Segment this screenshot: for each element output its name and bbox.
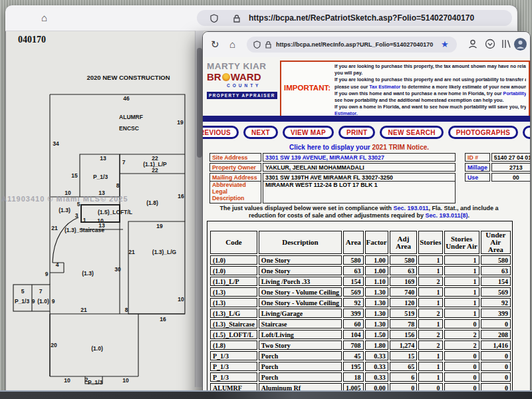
- svg-text:13: 13: [100, 155, 106, 162]
- column-header: Code: [210, 231, 257, 254]
- inline-link[interactable]: Portability Estim: [503, 90, 526, 96]
- account-icon[interactable]: [467, 39, 478, 49]
- text-segment: If you are looking to purchase this prop…: [334, 63, 526, 69]
- table-cell: (1.5)_LOFT/L: [210, 330, 257, 339]
- text-line: If you own a home in Florida, and want t…: [334, 104, 526, 110]
- text-segment: If you are looking to purchase this prop…: [334, 76, 526, 82]
- table-cell: One Story - Volume Ceiling: [259, 298, 342, 307]
- table-cell: (1.3): [210, 287, 257, 297]
- inline-link[interactable]: Sec. 193.011: [393, 205, 428, 211]
- table-cell: 1: [444, 287, 479, 297]
- home-icon[interactable]: ⌂: [41, 12, 47, 24]
- table-cell: 1.30: [365, 287, 388, 297]
- table-cell: Living /Porch .33: [259, 277, 342, 286]
- svg-text:(1.5)_LOFT/L: (1.5)_LOFT/L: [98, 209, 132, 215]
- svg-text:15: 15: [71, 172, 78, 179]
- table-cell: 1,274: [390, 340, 417, 350]
- svg-text:10: 10: [178, 296, 184, 303]
- table-cell: Living/Garage: [259, 309, 342, 318]
- logo-county: COUNTY: [227, 83, 281, 88]
- nav-button-next[interactable]: NEXT: [243, 126, 278, 139]
- important-label: IMPORTANT:: [284, 84, 334, 92]
- table-cell: 195: [343, 362, 364, 371]
- svg-text:22: 22: [152, 167, 158, 174]
- nav-button-new-search[interactable]: NEW SEARCH: [380, 126, 443, 139]
- nav-button-previous[interactable]: PREVIOUS: [203, 126, 239, 139]
- svg-text:9: 9: [32, 298, 35, 305]
- url-bar[interactable]: https://bcpa.net/RecPatriotSketch.asp?Fo…: [197, 10, 512, 26]
- library-icon[interactable]: [501, 39, 511, 49]
- info-label: Property Owner: [209, 163, 261, 172]
- legal-value: MIRAMAR WEST 112-24 B LOT 17 BLK 1: [263, 181, 456, 203]
- table-cell: 0: [481, 351, 511, 360]
- table-cell: 0: [481, 362, 511, 371]
- table-cell: 1.50: [365, 330, 388, 339]
- table-cell: (1.3): [210, 298, 257, 307]
- trim-notice-link[interactable]: Click here to display your: [289, 144, 370, 151]
- nav-button-bcpa-home[interactable]: BCPA HOME: [523, 126, 530, 139]
- lock-icon[interactable]: [265, 41, 272, 49]
- inline-link[interactable]: Tax Estimator: [369, 84, 400, 90]
- svg-text:7: 7: [122, 159, 126, 166]
- table-cell: 1.30: [365, 298, 388, 307]
- profile-avatar[interactable]: [514, 38, 527, 51]
- svg-text:(1.3): (1.3): [59, 207, 70, 213]
- info-value: 00: [491, 173, 530, 182]
- table-cell: (1.3)_L/G: [210, 309, 257, 318]
- table-cell: 1: [418, 319, 442, 329]
- inline-link[interactable]: Sec. 193.011(8): [425, 212, 467, 219]
- nav-button-view-map[interactable]: VIEW MAP: [283, 126, 334, 139]
- lock-icon[interactable]: [233, 14, 241, 23]
- svg-text:16: 16: [160, 316, 166, 323]
- url-text[interactable]: https://bcpa.net/RecPatriotSketch.asp?Fo…: [249, 10, 474, 26]
- svg-text:P_1/3: P_1/3: [15, 298, 29, 305]
- text-segment: to determine a more likely estimate of y…: [400, 84, 526, 90]
- table-cell: 154: [343, 277, 364, 286]
- table-cell: 1: [418, 372, 442, 382]
- text-segment: If you own this home and want to purchas…: [334, 90, 503, 96]
- svg-text:20: 20: [51, 342, 57, 348]
- shield-icon[interactable]: [253, 41, 261, 49]
- pocket-icon[interactable]: [485, 39, 495, 49]
- table-cell: 740: [390, 287, 417, 297]
- url-bar[interactable]: https://bcpa.net/RecInfo.asp?URL_Folio=5…: [247, 37, 457, 53]
- svg-text:7: 7: [39, 288, 43, 295]
- svg-text:9: 9: [52, 298, 55, 305]
- nav-button-print[interactable]: PRINT: [338, 126, 376, 139]
- table-cell: 0: [481, 319, 511, 329]
- info-value-link[interactable]: 3301 SW 139 AVENUE, MIRAMAR FL 33027: [263, 153, 456, 162]
- table-cell: 1: [418, 266, 442, 275]
- scrollbar-thumb[interactable]: [197, 48, 202, 158]
- nav-button-photographs[interactable]: PHOTOGRAPHS: [448, 126, 518, 139]
- svg-text:(1.3): (1.3): [82, 270, 94, 277]
- table-cell: 1: [444, 277, 479, 286]
- table-cell: 1.30: [365, 309, 388, 318]
- reload-icon[interactable]: ↻: [211, 39, 219, 51]
- svg-text:34: 34: [53, 140, 59, 147]
- table-cell: One Story - Volume Ceiling: [259, 287, 342, 297]
- table-cell: 1.00: [365, 266, 388, 275]
- svg-text:(1.3)_Staircase: (1.3)_Staircase: [65, 227, 104, 233]
- table-cell: 0: [444, 319, 479, 329]
- table-cell: 580: [390, 255, 417, 265]
- url-text[interactable]: https://bcpa.net/RecInfo.asp?URL_Folio=5…: [276, 37, 433, 53]
- text-segment: reduction for costs of sale and other ad…: [249, 212, 426, 219]
- table-cell: 18: [343, 372, 364, 382]
- home-icon[interactable]: ⌂: [229, 39, 235, 51]
- svg-text:4: 4: [56, 261, 59, 268]
- table-cell: 580: [343, 255, 364, 265]
- table-cell: 399: [343, 309, 364, 318]
- svg-text:21: 21: [51, 225, 58, 231]
- table-cell: 1: [418, 287, 442, 297]
- bookmark-star-icon[interactable]: ★: [441, 39, 449, 51]
- table-cell: 2: [444, 330, 479, 339]
- property-id-table: ID #5140 27 04 0170Millage2713Use00: [464, 152, 530, 183]
- svg-text:(1.8): (1.8): [146, 200, 158, 206]
- shield-icon[interactable]: [210, 14, 218, 23]
- table-cell: Staircase: [259, 319, 342, 329]
- table-cell: One Story: [259, 266, 342, 275]
- table-cell: 0.33: [365, 362, 388, 371]
- table-cell: 1.30: [365, 319, 388, 329]
- table-cell: 519: [390, 309, 417, 318]
- sketch-dimension-labels: 46ALUMRFENCSC19341322(1.1)_L/P22715P_1/3…: [15, 95, 184, 386]
